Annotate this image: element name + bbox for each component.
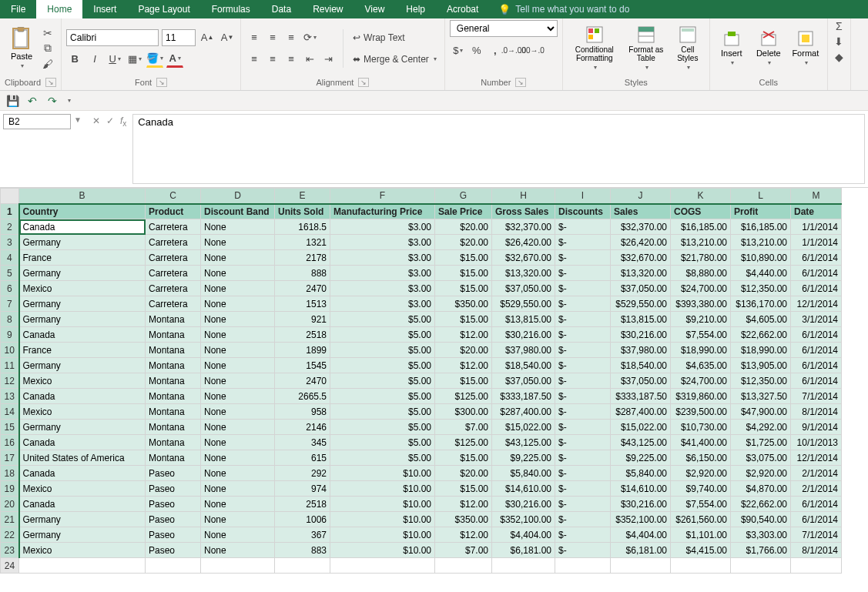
format-cells-button[interactable]: Format▾ — [789, 24, 823, 73]
cell[interactable]: $15,022.00 — [611, 420, 671, 435]
cell[interactable]: Montana — [146, 420, 201, 435]
row-header-24[interactable]: 24 — [1, 558, 19, 574]
cell[interactable]: Montana — [146, 435, 201, 450]
cell[interactable]: $30,216.00 — [611, 327, 671, 343]
cell[interactable]: $14,610.00 — [492, 481, 555, 497]
cell[interactable]: $287,400.00 — [492, 404, 555, 420]
cell[interactable]: $- — [555, 312, 611, 327]
row-header-17[interactable]: 17 — [1, 450, 19, 466]
decrease-indent-icon[interactable]: ⇤ — [301, 51, 318, 68]
cell[interactable]: $352,100.00 — [611, 512, 671, 527]
worksheet-grid[interactable]: BCDEFGHIJKLM1CountryProductDiscount Band… — [0, 188, 868, 592]
cell[interactable]: Carretera — [146, 219, 201, 235]
cell[interactable]: Canada — [19, 497, 146, 512]
fill-color-button[interactable]: 🪣▾ — [146, 51, 163, 68]
cell[interactable]: None — [201, 343, 275, 358]
format-as-table-button[interactable]: Format as Table▾ — [625, 24, 668, 73]
cell[interactable]: 1321 — [275, 235, 330, 250]
cell[interactable]: $37,980.00 — [492, 343, 555, 358]
cell[interactable]: $- — [555, 389, 611, 404]
undo-icon[interactable]: ↶ — [26, 95, 39, 107]
cell[interactable]: Mexico — [19, 404, 146, 420]
cell[interactable]: $5.00 — [330, 420, 435, 435]
cell[interactable]: 2518 — [275, 327, 330, 343]
cell[interactable]: $13,210.00 — [731, 235, 791, 250]
increase-font-icon[interactable]: A▲ — [199, 29, 216, 46]
cell[interactable]: $37,050.00 — [492, 281, 555, 296]
cell[interactable]: $3,303.00 — [731, 527, 791, 543]
cell[interactable]: 12/1/2014 — [791, 296, 842, 312]
cell[interactable]: 6/1/2014 — [791, 281, 842, 296]
cell[interactable]: $- — [555, 281, 611, 296]
cell[interactable]: 1/1/2014 — [791, 219, 842, 235]
cell[interactable]: None — [201, 450, 275, 466]
insert-cells-button[interactable]: Insert▾ — [715, 24, 749, 73]
col-header-B[interactable]: B — [19, 189, 146, 204]
header-cell[interactable]: Product — [146, 204, 201, 219]
cell[interactable]: $13,905.00 — [731, 358, 791, 373]
cell[interactable]: $4,440.00 — [731, 266, 791, 281]
header-cell[interactable]: Manufacturing Price — [330, 204, 435, 219]
cell[interactable]: 974 — [275, 481, 330, 497]
cell[interactable]: France — [19, 343, 146, 358]
cell[interactable]: $- — [555, 512, 611, 527]
cell[interactable] — [611, 558, 671, 574]
cell[interactable]: $32,370.00 — [492, 219, 555, 235]
cell-styles-button[interactable]: Cell Styles▾ — [671, 24, 705, 73]
col-header-G[interactable]: G — [435, 189, 492, 204]
cell[interactable]: $13,210.00 — [671, 235, 731, 250]
select-all-corner[interactable] — [1, 189, 19, 204]
cell[interactable]: $5,840.00 — [611, 466, 671, 481]
cell[interactable]: Montana — [146, 450, 201, 466]
cell[interactable]: Montana — [146, 404, 201, 420]
cell[interactable]: $37,050.00 — [611, 281, 671, 296]
cell[interactable]: None — [201, 481, 275, 497]
cell[interactable]: $21,780.00 — [671, 250, 731, 266]
col-header-C[interactable]: C — [146, 189, 201, 204]
fill-icon[interactable]: ⬇ — [833, 35, 845, 48]
cell[interactable]: $14,610.00 — [611, 481, 671, 497]
cell[interactable]: $7.00 — [435, 543, 492, 558]
tab-help[interactable]: Help — [395, 0, 436, 18]
underline-button[interactable]: U▾ — [106, 51, 123, 68]
cell[interactable]: $319,860.00 — [671, 389, 731, 404]
row-header-15[interactable]: 15 — [1, 420, 19, 435]
decrease-font-icon[interactable]: A▼ — [219, 29, 236, 46]
cell[interactable]: 615 — [275, 450, 330, 466]
cell[interactable]: 7/1/2014 — [791, 527, 842, 543]
cell[interactable]: $- — [555, 266, 611, 281]
name-box-dropdown[interactable]: ▼ — [74, 111, 86, 187]
cell[interactable]: Paseo — [146, 527, 201, 543]
tab-file[interactable]: File — [0, 0, 36, 18]
cell[interactable]: Canada — [19, 466, 146, 481]
cell[interactable]: $15,022.00 — [492, 420, 555, 435]
cell[interactable]: $24,700.00 — [671, 281, 731, 296]
cell[interactable]: $- — [555, 404, 611, 420]
cell[interactable]: $333,187.50 — [492, 389, 555, 404]
conditional-formatting-button[interactable]: Conditional Formatting▾ — [568, 24, 622, 73]
cell[interactable]: $136,170.00 — [731, 296, 791, 312]
col-header-H[interactable]: H — [492, 189, 555, 204]
cut-icon[interactable]: ✂ — [42, 27, 54, 39]
fx-icon[interactable]: fx — [120, 115, 126, 128]
cell[interactable]: Carretera — [146, 250, 201, 266]
cancel-formula-icon[interactable]: ✕ — [92, 115, 100, 126]
cell[interactable]: $30,216.00 — [492, 327, 555, 343]
cell[interactable]: $- — [555, 466, 611, 481]
tab-home[interactable]: Home — [36, 0, 82, 18]
cell[interactable]: $5.00 — [330, 450, 435, 466]
cell[interactable]: 2665.5 — [275, 389, 330, 404]
font-name-select[interactable] — [66, 29, 159, 46]
cell[interactable]: Carretera — [146, 266, 201, 281]
row-header-22[interactable]: 22 — [1, 527, 19, 543]
col-header-J[interactable]: J — [611, 189, 671, 204]
cell[interactable]: 1545 — [275, 358, 330, 373]
cell[interactable]: $10.00 — [330, 497, 435, 512]
row-header-13[interactable]: 13 — [1, 389, 19, 404]
row-header-8[interactable]: 8 — [1, 312, 19, 327]
cell[interactable]: None — [201, 543, 275, 558]
cell[interactable]: $7.00 — [435, 420, 492, 435]
row-header-1[interactable]: 1 — [1, 204, 19, 219]
cell[interactable]: Mexico — [19, 281, 146, 296]
cell[interactable]: 888 — [275, 266, 330, 281]
